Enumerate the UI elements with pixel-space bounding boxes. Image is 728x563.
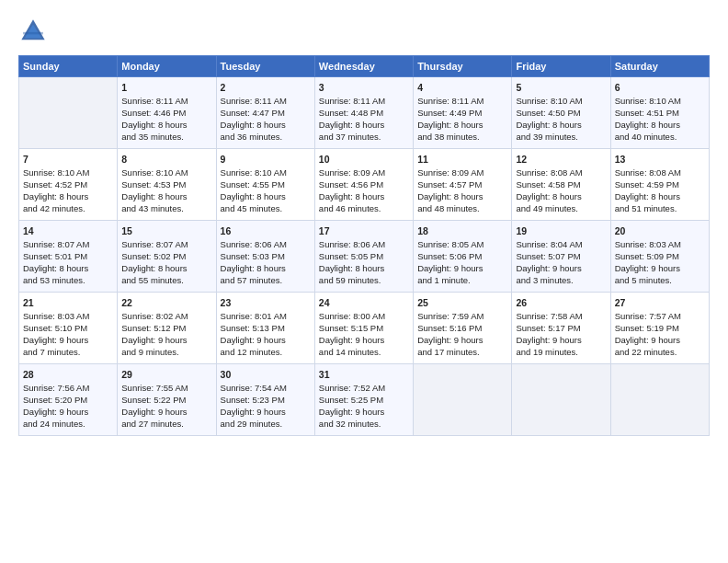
calendar-cell: 22Sunrise: 8:02 AMSunset: 5:12 PMDayligh… [118,293,216,364]
cell-content-line: and 19 minutes. [516,347,606,359]
cell-content-line: Sunrise: 8:06 AM [319,239,409,251]
cell-content-line: and 37 minutes. [319,132,409,144]
day-number: 31 [319,368,409,381]
cell-content-line: and 43 minutes. [121,203,211,215]
calendar-cell: 28Sunrise: 7:56 AMSunset: 5:20 PMDayligh… [19,364,118,436]
cell-content-line: Daylight: 8 hours [319,191,409,203]
cell-content-line: Daylight: 9 hours [319,407,409,419]
calendar-cell: 3Sunrise: 8:11 AMSunset: 4:48 PMDaylight… [314,77,413,149]
cell-content-line: Daylight: 9 hours [319,335,409,347]
cell-content-line: Sunrise: 7:57 AM [615,311,705,323]
cell-content-line: and 24 minutes. [23,419,113,431]
cell-content-line: Sunrise: 7:55 AM [121,383,211,395]
day-number: 13 [615,153,705,166]
day-number: 10 [319,153,409,166]
col-header-thursday: Thursday [414,56,512,77]
day-number: 14 [23,224,113,237]
cell-content-line: and 35 minutes. [121,132,211,144]
day-number: 25 [417,296,507,309]
col-header-tuesday: Tuesday [216,56,314,77]
cell-content-line: Sunrise: 8:08 AM [615,167,705,179]
cell-content-line: Sunrise: 8:10 AM [221,167,311,179]
cell-content-line: Daylight: 9 hours [23,407,113,419]
cell-content-line: Daylight: 9 hours [121,335,211,347]
calendar-cell: 29Sunrise: 7:55 AMSunset: 5:22 PMDayligh… [118,364,216,436]
calendar-cell: 17Sunrise: 8:06 AMSunset: 5:05 PMDayligh… [314,221,413,293]
cell-content-line: Daylight: 8 hours [221,191,311,203]
day-number: 23 [221,296,311,309]
day-number: 20 [615,224,705,237]
svg-rect-2 [23,32,43,35]
cell-content-line: Sunrise: 8:10 AM [121,167,211,179]
day-number: 6 [615,81,705,94]
cell-content-line: Sunset: 5:23 PM [221,395,311,407]
calendar-cell: 21Sunrise: 8:03 AMSunset: 5:10 PMDayligh… [19,293,118,364]
cell-content-line: and 59 minutes. [319,275,409,287]
day-number: 27 [615,296,705,309]
cell-content-line: Sunrise: 8:10 AM [516,96,606,108]
cell-content-line: Sunrise: 7:59 AM [417,311,507,323]
cell-content-line: Daylight: 9 hours [221,335,311,347]
cell-content-line: Sunset: 5:15 PM [319,323,409,335]
day-number: 22 [121,296,211,309]
cell-content-line: and 40 minutes. [615,132,705,144]
day-number: 15 [121,224,211,237]
cell-content-line: Daylight: 9 hours [417,335,507,347]
cell-content-line: Sunrise: 8:07 AM [121,239,211,251]
day-number: 28 [23,368,113,381]
day-number: 11 [417,153,507,166]
cell-content-line: Sunrise: 8:11 AM [319,96,409,108]
day-number: 9 [221,153,311,166]
cell-content-line: Daylight: 8 hours [417,191,507,203]
day-number: 24 [319,296,409,309]
cell-content-line: Sunrise: 8:03 AM [615,239,705,251]
day-number: 21 [23,296,113,309]
cell-content-line: Sunrise: 7:56 AM [23,383,113,395]
cell-content-line: Daylight: 9 hours [221,407,311,419]
day-number: 3 [319,81,409,94]
cell-content-line: Sunset: 5:07 PM [516,251,606,263]
cell-content-line: Sunset: 5:17 PM [516,323,606,335]
cell-content-line: Daylight: 9 hours [516,263,606,275]
cell-content-line: and 39 minutes. [516,132,606,144]
calendar-cell [512,364,610,436]
cell-content-line: Daylight: 8 hours [417,120,507,132]
cell-content-line: Sunset: 5:05 PM [319,251,409,263]
cell-content-line: and 3 minutes. [516,275,606,287]
cell-content-line: Sunrise: 8:01 AM [221,311,311,323]
col-header-monday: Monday [118,56,216,77]
calendar-table: SundayMondayTuesdayWednesdayThursdayFrid… [18,55,710,436]
day-number: 4 [417,81,507,94]
calendar-cell: 18Sunrise: 8:05 AMSunset: 5:06 PMDayligh… [414,221,512,293]
cell-content-line: Daylight: 8 hours [516,120,606,132]
col-header-saturday: Saturday [610,56,709,77]
cell-content-line: Sunset: 5:01 PM [23,251,113,263]
cell-content-line: Sunset: 5:09 PM [615,251,705,263]
cell-content-line: and 51 minutes. [615,203,705,215]
cell-content-line: Sunset: 5:10 PM [23,323,113,335]
cell-content-line: and 12 minutes. [221,347,311,359]
day-number: 7 [23,153,113,166]
day-number: 5 [516,81,606,94]
cell-content-line: Sunset: 5:20 PM [23,395,113,407]
cell-content-line: Sunrise: 8:11 AM [221,96,311,108]
cell-content-line: and 46 minutes. [319,203,409,215]
calendar-cell: 20Sunrise: 8:03 AMSunset: 5:09 PMDayligh… [610,221,709,293]
cell-content-line: Sunrise: 8:05 AM [417,239,507,251]
cell-content-line: Sunrise: 8:03 AM [23,311,113,323]
day-number: 16 [221,224,311,237]
calendar-cell: 27Sunrise: 7:57 AMSunset: 5:19 PMDayligh… [610,293,709,364]
cell-content-line: Daylight: 8 hours [319,263,409,275]
week-row-2: 7Sunrise: 8:10 AMSunset: 4:52 PMDaylight… [19,149,710,221]
cell-content-line: and 14 minutes. [319,347,409,359]
cell-content-line: and 55 minutes. [121,275,211,287]
calendar-cell: 6Sunrise: 8:10 AMSunset: 4:51 PMDaylight… [610,77,709,149]
cell-content-line: Sunrise: 7:52 AM [319,383,409,395]
cell-content-line: Sunrise: 8:00 AM [319,311,409,323]
cell-content-line: and 45 minutes. [221,203,311,215]
cell-content-line: Sunset: 4:50 PM [516,108,606,120]
day-number: 29 [121,368,211,381]
day-number: 18 [417,224,507,237]
calendar-cell: 19Sunrise: 8:04 AMSunset: 5:07 PMDayligh… [512,221,610,293]
cell-content-line: Sunset: 4:49 PM [417,108,507,120]
